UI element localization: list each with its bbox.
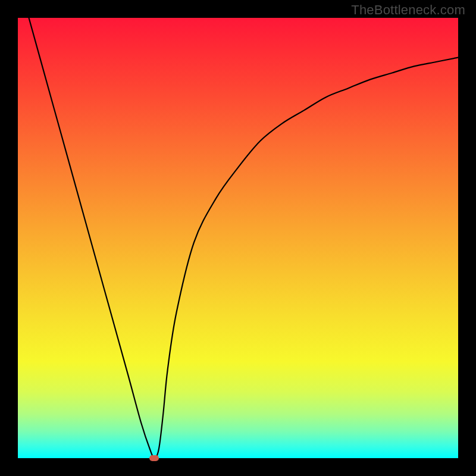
curve-svg bbox=[18, 18, 458, 458]
watermark-text: TheBottleneck.com bbox=[351, 2, 465, 18]
minimum-marker bbox=[149, 455, 159, 461]
plot-area bbox=[18, 18, 458, 458]
chart-frame: TheBottleneck.com bbox=[0, 0, 476, 476]
bottleneck-curve bbox=[29, 18, 459, 458]
